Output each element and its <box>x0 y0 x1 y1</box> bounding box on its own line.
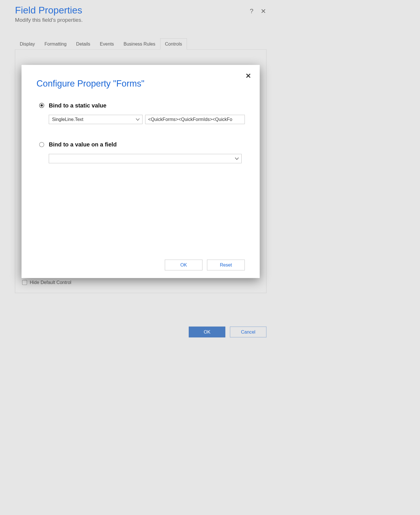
cancel-button[interactable]: Cancel <box>230 327 266 338</box>
hide-default-control-label: Hide Default Control <box>30 280 71 285</box>
tab-details[interactable]: Details <box>71 38 95 49</box>
tab-strip: Display Formatting Details Events Busine… <box>15 38 266 50</box>
static-type-select[interactable]: SingleLine.Text <box>49 115 142 124</box>
static-value-text: <QuickForms><QuickFormIds><QuickFo <box>148 117 233 122</box>
page-title: Field Properties <box>15 5 83 16</box>
tab-controls[interactable]: Controls <box>160 38 187 49</box>
bind-field-radio[interactable] <box>39 142 44 147</box>
tab-display[interactable]: Display <box>15 38 40 49</box>
hide-default-control-checkbox[interactable] <box>22 280 27 285</box>
chevron-down-icon <box>235 157 239 160</box>
dialog-close-icon[interactable]: ✕ <box>245 72 251 80</box>
page-subtitle: Modify this field's properties. <box>15 17 83 23</box>
configure-property-dialog: ✕ Configure Property "Forms" Bind to a s… <box>22 65 260 278</box>
hide-default-control-row: Hide Default Control <box>22 280 71 285</box>
tab-formatting[interactable]: Formatting <box>40 38 71 49</box>
static-value-input[interactable]: <QuickForms><QuickFormIds><QuickFo <box>145 115 245 124</box>
bind-static-label: Bind to a static value <box>49 102 106 109</box>
bind-field-label: Bind to a value on a field <box>49 141 117 148</box>
static-type-select-value: SingleLine.Text <box>52 117 83 122</box>
footer-buttons: OK Cancel <box>189 327 267 338</box>
help-icon[interactable]: ? <box>248 7 255 15</box>
dialog-ok-button[interactable]: OK <box>165 260 202 271</box>
ok-button[interactable]: OK <box>189 327 225 338</box>
bind-field-select[interactable] <box>49 154 242 163</box>
tab-events[interactable]: Events <box>95 38 119 49</box>
dialog-reset-button[interactable]: Reset <box>207 260 245 271</box>
chevron-down-icon <box>136 118 140 121</box>
dialog-title: Configure Property "Forms" <box>36 78 245 89</box>
bind-field-option[interactable]: Bind to a value on a field <box>39 141 245 148</box>
bind-static-option[interactable]: Bind to a static value <box>39 102 245 109</box>
close-icon[interactable]: ✕ <box>260 7 267 15</box>
dialog-buttons: OK Reset <box>165 260 245 271</box>
bind-static-radio[interactable] <box>39 103 44 108</box>
bind-static-inputs: SingleLine.Text <QuickForms><QuickFormId… <box>49 115 245 124</box>
tab-business-rules[interactable]: Business Rules <box>119 38 160 49</box>
field-properties-header: Field Properties Modify this field's pro… <box>0 0 282 25</box>
